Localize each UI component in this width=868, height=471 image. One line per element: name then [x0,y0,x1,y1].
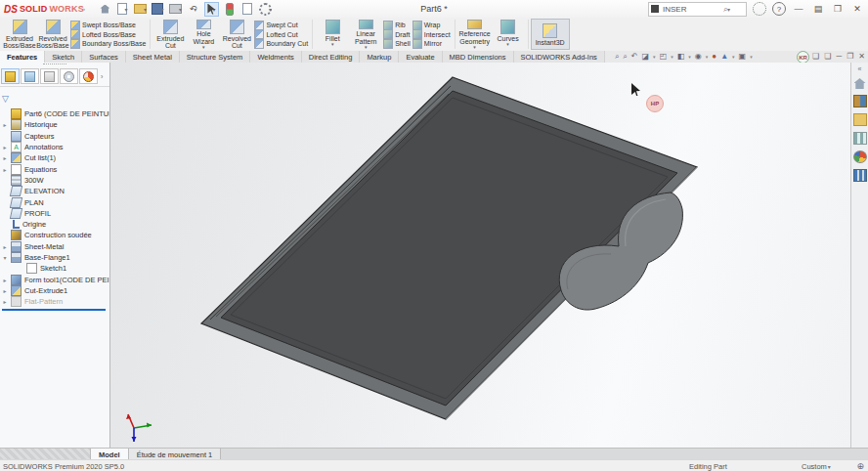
options-gear-icon[interactable]: ▾ [259,3,272,16]
print-icon[interactable]: ▾ [169,3,182,16]
swept-boss-base-button[interactable]: Swept Boss/Base [70,21,146,29]
tree-item-capteurs[interactable]: Capteurs [2,131,109,142]
zoom-to-fit-icon[interactable]: ⌕ [615,53,619,61]
tab-direct-editing[interactable]: Direct Editing [302,51,361,63]
view-settings-icon[interactable]: ▣ [739,53,747,61]
tree-item-historique[interactable]: ▸Historique [2,119,109,130]
tab-sheet-metal[interactable]: Sheet Metal [126,51,180,63]
fillet-button[interactable]: Fillet ▾ [316,19,349,50]
presence-badge[interactable]: HP [646,95,664,112]
doc-restore-icon[interactable]: ❐ [846,52,853,61]
tree-item-construction-soudee[interactable]: Construction soudée [2,230,109,240]
appearances-scenes-icon[interactable] [853,150,867,163]
restore-button[interactable]: ❐ [831,4,845,14]
tree-item-material[interactable]: 300W [2,175,109,186]
save-icon[interactable]: ▾ [152,3,164,16]
apply-scene-icon[interactable]: ▲ [720,53,728,61]
tree-item-plan-plane[interactable]: PLAN [2,196,109,207]
tab-evaluate[interactable]: Evaluate [399,51,442,63]
view-orientation-icon[interactable]: ◰ [660,53,668,61]
zoom-to-area-icon[interactable]: ⌕ [623,53,627,61]
tree-item-equations[interactable]: ▸Equations [2,163,109,174]
user-account-icon[interactable] [753,2,766,16]
instant3d-button[interactable]: Instant3D [531,19,570,50]
panel-tabs-overflow-icon[interactable]: › [101,73,103,80]
featuremanager-tree-tab[interactable] [1,68,20,84]
doc-close-icon[interactable]: ✕ [858,52,865,61]
tree-item-cut-list[interactable]: ▸Cut list(1) [2,152,109,163]
tree-root[interactable]: Part6 (CODE DE PEINTURE<Défaut>) [2,108,109,119]
file-explorer-icon[interactable] [853,113,867,126]
boundary-cut-button[interactable]: Boundary Cut [254,39,308,48]
extruded-boss-base-button[interactable]: ExtrudedBoss/Base [3,19,36,50]
draft-button[interactable]: Draft [383,30,411,39]
rebuild-icon[interactable] [224,3,237,16]
search-input[interactable] [661,4,721,15]
file-properties-icon[interactable] [241,3,254,16]
units-selector[interactable]: Custom▾ [802,462,831,471]
extruded-cut-button[interactable]: ExtrudedCut [153,19,187,50]
boundary-boss-base-button[interactable]: Boundary Boss/Base [70,39,146,48]
display-style-icon[interactable]: ◧ [677,53,685,61]
wrap-button[interactable]: Wrap [412,21,451,29]
configuration-manager-tab[interactable] [40,68,59,84]
home-icon[interactable] [99,3,111,16]
tab-solidworks-add-ins[interactable]: SOLIDWORKS Add-Ins [514,51,605,63]
task-pane-collapse-icon[interactable]: « [858,65,862,72]
linear-pattern-button[interactable]: LinearPattern ▾ [349,19,382,50]
close-button[interactable]: ✕ [850,4,864,14]
tree-item-form-tool[interactable]: ▸Form tool1(CODE DE PEINTURE) -> [2,274,109,284]
tab-markup[interactable]: Markup [360,51,399,63]
mirror-button[interactable]: Mirror [412,39,451,48]
shell-button[interactable]: Shell [383,39,411,48]
open-icon[interactable]: ▾ [134,3,147,16]
tree-item-sketch1[interactable]: Sketch1 [2,263,109,274]
filter-funnel-icon[interactable]: ▽ [2,94,9,104]
tree-item-origine[interactable]: Origine [2,219,109,230]
view-palette-icon[interactable] [853,132,867,145]
tab-mbd-dimensions[interactable]: MBD Dimensions [443,51,514,63]
new-document-icon[interactable]: ▾ [116,3,129,16]
curves-button[interactable]: Curves ▾ [492,19,525,50]
doc-page2-icon[interactable]: ❏ [824,52,831,61]
tab-surfaces[interactable]: Surfaces [82,51,126,63]
doc-minimize-icon[interactable]: ─ [836,52,842,61]
units-globe-icon[interactable]: ⊕ [856,461,864,471]
lofted-boss-base-button[interactable]: Lofted Boss/Base [70,30,146,39]
edit-appearance-icon[interactable]: ● [712,53,716,61]
undo-icon[interactable]: ↶▾ [187,3,199,16]
tab-sketch[interactable]: Sketch [45,51,82,63]
revolved-boss-base-button[interactable]: RevolvedBoss/Base [36,19,69,50]
tree-item-annotations[interactable]: ▸AAnnotations [2,142,109,152]
hide-show-items-icon[interactable]: ◉ [695,53,702,61]
rib-button[interactable]: Rib [383,21,411,29]
tab-structure-system[interactable]: Structure System [180,51,251,63]
property-manager-tab[interactable] [21,68,39,84]
display-manager-tab[interactable] [79,68,98,84]
search-dropdown-icon[interactable]: ▾ [727,6,730,13]
select-cursor-icon[interactable]: ▾ [204,2,219,17]
rollback-bar[interactable] [2,309,106,311]
design-library-icon[interactable] [853,95,867,107]
section-view-icon[interactable]: ◪ [642,53,650,61]
tree-item-elevation-plane[interactable]: ELEVATION [2,186,109,196]
reference-geometry-button[interactable]: ReferenceGeometry ▾ [458,19,492,50]
previous-view-icon[interactable]: ↶ [631,53,638,61]
tab-weldments[interactable]: Weldments [250,51,301,63]
brand-expander-icon[interactable]: › [83,6,85,12]
search-box[interactable]: ⌕ ▾ [648,2,747,17]
custom-properties-icon[interactable] [853,169,867,182]
lofted-cut-button[interactable]: Lofted Cut [254,30,308,39]
window-layout-button[interactable]: ▤ [811,4,825,14]
tree-item-cut-extrude[interactable]: ▸Cut-Extrude1 [2,285,109,296]
solidworks-resources-icon[interactable] [854,78,866,89]
tree-item-profil-plane[interactable]: PROFIL [2,208,109,219]
help-icon[interactable]: ? [772,2,786,16]
revolved-cut-button[interactable]: RevolvedCut [220,19,253,50]
minimize-button[interactable]: — [792,4,805,14]
hole-wizard-button[interactable]: HoleWizard ▾ [187,19,220,50]
graphics-viewport[interactable]: HP [110,63,851,448]
doc-page-icon[interactable]: ❏ [812,52,819,61]
tree-item-base-flange[interactable]: ▾Base-Flange1 [2,252,109,263]
swept-cut-button[interactable]: Swept Cut [254,21,308,29]
